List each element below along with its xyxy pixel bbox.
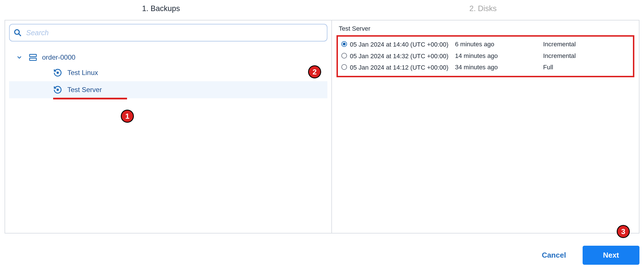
search-box[interactable]	[9, 24, 327, 41]
server-icon	[28, 53, 38, 62]
right-panel: Test Server 05 Jan 2024 at 14:40 (UTC +0…	[332, 20, 639, 233]
svg-line-1	[19, 34, 21, 36]
chevron-down-icon	[16, 54, 23, 61]
backup-row[interactable]: 05 Jan 2024 at 14:32 (UTC +00:00) 14 min…	[340, 51, 631, 62]
backup-row[interactable]: 05 Jan 2024 at 14:40 (UTC +00:00) 6 minu…	[340, 39, 631, 51]
svg-point-7	[57, 89, 58, 90]
annotation-underline	[53, 98, 127, 99]
svg-point-0	[15, 30, 19, 34]
item-label: Test Linux	[67, 69, 98, 77]
radio-button[interactable]	[341, 64, 347, 70]
tree-item-server[interactable]: Test Server	[9, 81, 327, 98]
backup-age: 6 minutes ago	[455, 41, 543, 48]
backup-type: Incremental	[543, 52, 576, 60]
backup-type: Full	[543, 64, 553, 71]
backup-date: 05 Jan 2024 at 14:32 (UTC +00:00)	[350, 52, 455, 61]
backup-row[interactable]: 05 Jan 2024 at 14:12 (UTC +00:00) 34 min…	[340, 62, 631, 74]
svg-rect-2	[30, 54, 36, 57]
group-label: order-0000	[42, 53, 75, 61]
radio-button[interactable]	[341, 41, 347, 47]
step-disks[interactable]: 2. Disks	[322, 0, 644, 17]
search-icon	[14, 29, 22, 37]
backup-date: 05 Jan 2024 at 14:40 (UTC +00:00)	[350, 41, 455, 49]
restore-icon	[53, 85, 62, 94]
backup-age: 34 minutes ago	[455, 64, 543, 71]
cancel-button[interactable]: Cancel	[534, 246, 574, 265]
left-panel: order-0000 Test Linux	[5, 20, 332, 233]
item-label: Test Server	[67, 86, 102, 94]
next-button[interactable]: Next	[583, 246, 639, 265]
annotation-badge-1: 1	[121, 110, 134, 123]
svg-rect-3	[30, 58, 36, 61]
tree-group[interactable]: order-0000	[9, 51, 327, 64]
panel-title: Test Server	[336, 25, 634, 32]
backup-age: 14 minutes ago	[455, 52, 543, 60]
backup-list: 05 Jan 2024 at 14:40 (UTC +00:00) 6 minu…	[336, 35, 634, 77]
step-backups[interactable]: 1. Backups	[0, 0, 322, 17]
backup-type: Incremental	[543, 41, 576, 48]
annotation-badge-2: 2	[308, 65, 321, 78]
annotation-badge-3: 3	[617, 225, 630, 238]
backup-tree: order-0000 Test Linux	[9, 48, 327, 98]
backup-date: 05 Jan 2024 at 14:12 (UTC +00:00)	[350, 64, 455, 72]
tree-item-linux[interactable]: Test Linux	[9, 64, 327, 81]
restore-icon	[53, 68, 62, 77]
search-input[interactable]	[26, 29, 323, 37]
svg-point-6	[57, 72, 58, 73]
radio-button[interactable]	[341, 53, 347, 59]
wizard-steps: 1. Backups 2. Disks	[0, 0, 644, 17]
footer-actions: Cancel Next	[534, 246, 639, 265]
